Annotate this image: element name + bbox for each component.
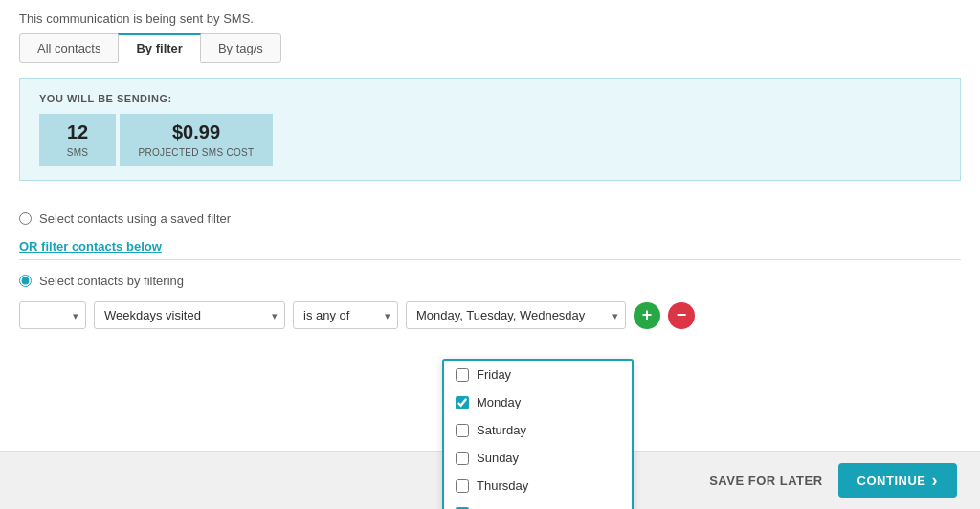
condition-select[interactable]: is any of [293, 301, 398, 329]
checkbox-saturday[interactable] [456, 424, 469, 437]
checkbox-monday[interactable] [456, 396, 469, 409]
label-saturday: Saturday [477, 423, 526, 437]
checkbox-sunday[interactable] [456, 452, 469, 465]
by-filter-label: Select contacts by filtering [39, 274, 184, 288]
condition-select-wrapper: is any of [293, 301, 398, 329]
sending-label: YOU WILL BE SENDING: [39, 93, 941, 104]
top-message: This communication is being sent by SMS. [0, 0, 980, 33]
by-filter-radio[interactable] [19, 275, 32, 287]
label-friday: Friday [477, 367, 511, 382]
sms-cost-value: $0.99 [135, 122, 257, 144]
save-for-later-button[interactable]: SAVE FOR LATER [709, 474, 822, 488]
sending-box: YOU WILL BE SENDING: 12 SMS $0.99 PROJEC… [19, 78, 961, 181]
tab-all-contacts[interactable]: All contacts [19, 33, 119, 63]
tab-by-tags[interactable]: By tag/s [200, 33, 281, 63]
days-dropdown: FridayMondaySaturdaySundayThursdayTuesda… [442, 359, 634, 509]
sending-stats: 12 SMS $0.99 PROJECTED SMS COST [39, 114, 941, 166]
sms-count-value: 12 [55, 122, 100, 144]
filter-section: Select contacts using a saved filter OR … [0, 196, 980, 329]
saved-filter-label: Select contacts using a saved filter [39, 211, 231, 226]
or-filter-label: OR filter contacts below [19, 239, 961, 254]
group-select[interactable] [19, 301, 86, 329]
continue-button[interactable]: CONTINUE [838, 463, 957, 498]
sms-cost-box: $0.99 PROJECTED SMS COST [120, 114, 273, 166]
label-thursday: Thursday [477, 478, 528, 493]
value-select-wrapper: Monday, Tuesday, Wednesday [406, 301, 626, 329]
divider [19, 259, 961, 260]
saved-filter-row: Select contacts using a saved filter [19, 211, 961, 226]
dropdown-item-tuesday[interactable]: Tuesday [444, 499, 632, 509]
dropdown-item-friday[interactable]: Friday [444, 361, 632, 388]
filter-controls-row: Weekdays visited is any of Monday, Tuesd… [19, 301, 961, 329]
dropdown-item-sunday[interactable]: Sunday [444, 444, 632, 472]
sms-count-box: 12 SMS [39, 114, 116, 166]
value-select[interactable]: Monday, Tuesday, Wednesday [406, 301, 626, 329]
checkbox-thursday[interactable] [456, 479, 469, 493]
field-select-wrapper: Weekdays visited [94, 301, 285, 329]
by-filter-row: Select contacts by filtering [19, 274, 961, 288]
remove-filter-button[interactable]: − [668, 302, 695, 329]
checkbox-friday[interactable] [456, 368, 469, 382]
sms-count-key: SMS [67, 147, 89, 158]
dropdown-item-monday[interactable]: Monday [444, 388, 632, 416]
dropdown-item-thursday[interactable]: Thursday [444, 472, 632, 499]
tab-by-filter[interactable]: By filter [118, 33, 200, 63]
add-filter-button[interactable]: + [634, 302, 660, 329]
sms-cost-key: PROJECTED SMS COST [139, 147, 255, 158]
saved-filter-radio[interactable] [19, 212, 32, 225]
main-container: This communication is being sent by SMS.… [0, 0, 980, 509]
field-select[interactable]: Weekdays visited [94, 301, 285, 329]
sms-notice: This communication is being sent by SMS. [19, 11, 254, 26]
tabs-row: All contacts By filter By tag/s [0, 33, 980, 63]
label-monday: Monday [477, 395, 521, 409]
label-sunday: Sunday [477, 451, 519, 465]
dropdown-item-saturday[interactable]: Saturday [444, 416, 632, 444]
group-select-wrapper [19, 301, 86, 329]
